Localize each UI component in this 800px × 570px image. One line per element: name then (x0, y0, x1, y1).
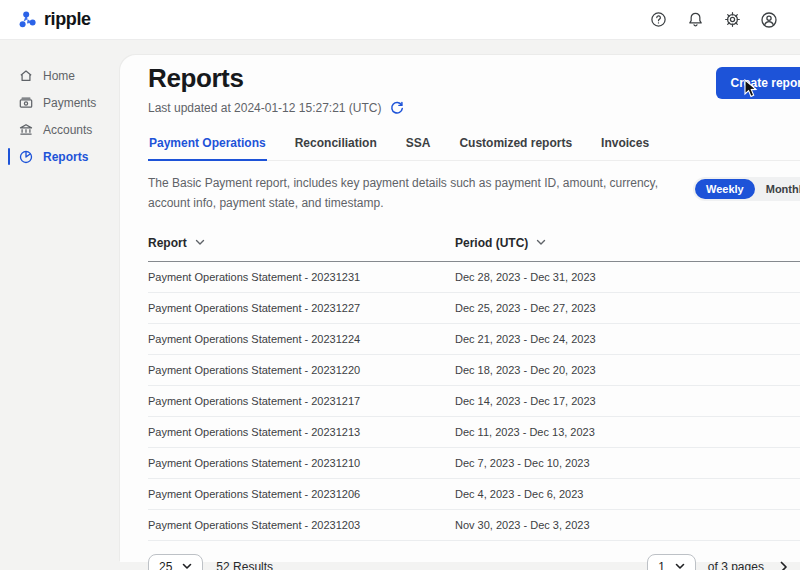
brand-name: ripple (44, 9, 91, 30)
tab-invoices[interactable]: Invoices (600, 131, 650, 161)
gear-icon (724, 11, 741, 28)
report-name: Payment Operations Statement - 20231231 (148, 271, 455, 283)
report-period: Dec 7, 2023 - Dec 10, 2023 (455, 457, 787, 469)
help-icon (650, 11, 667, 28)
sidebar-item-accounts[interactable]: Accounts (0, 116, 120, 143)
report-description: The Basic Payment report, includes key p… (148, 174, 693, 214)
tab-bar: Payment Operations Reconciliation SSA Cu… (148, 131, 800, 161)
chevron-down-icon (182, 563, 192, 570)
page-title: Reports (148, 63, 404, 94)
report-period: Dec 14, 2023 - Dec 17, 2023 (455, 395, 787, 407)
chevron-down-icon (195, 239, 205, 246)
results-count: 52 Results (216, 560, 273, 570)
accounts-icon (18, 122, 34, 138)
help-button[interactable] (645, 7, 671, 33)
frequency-toggle: Weekly Monthly (693, 177, 800, 201)
table-footer: 25 52 Results 1 of 3 pages (148, 554, 800, 570)
ripple-logo-icon (18, 10, 38, 30)
chevron-down-icon (536, 239, 546, 246)
tab-ssa[interactable]: SSA (405, 131, 432, 161)
sidebar-item-home[interactable]: Home (0, 62, 120, 89)
report-name: Payment Operations Statement - 20231224 (148, 333, 455, 345)
table-row: Payment Operations Statement - 20231206 … (148, 479, 800, 510)
report-name: Payment Operations Statement - 20231203 (148, 519, 455, 531)
report-name: Payment Operations Statement - 20231206 (148, 488, 455, 500)
table-row: Payment Operations Statement - 20231217 … (148, 386, 800, 417)
next-page-button[interactable] (776, 557, 792, 570)
chevron-right-icon (780, 561, 788, 570)
account-button[interactable] (756, 7, 782, 33)
tab-reconciliation[interactable]: Reconciliation (294, 131, 378, 161)
toggle-weekly[interactable]: Weekly (695, 179, 755, 199)
page-size-select[interactable]: 25 (148, 554, 203, 570)
report-name: Payment Operations Statement - 20231213 (148, 426, 455, 438)
notifications-button[interactable] (682, 7, 708, 33)
last-updated-text: Last updated at 2024-01-12 15:27:21 (UTC… (148, 101, 381, 115)
toggle-monthly[interactable]: Monthly (755, 179, 800, 199)
tab-customized-reports[interactable]: Customized reports (458, 131, 573, 161)
column-header-report[interactable]: Report (148, 236, 455, 250)
report-name: Payment Operations Statement - 20231217 (148, 395, 455, 407)
table-header: Report Period (UTC) (148, 228, 800, 262)
report-period: Dec 18, 2023 - Dec 20, 2023 (455, 364, 787, 376)
bell-icon (687, 11, 704, 28)
sidebar-item-label: Payments (43, 96, 96, 110)
sidebar-item-payments[interactable]: Payments (0, 89, 120, 116)
sidebar-item-reports[interactable]: Reports (0, 143, 120, 170)
sidebar-item-label: Accounts (43, 123, 92, 137)
report-name: Payment Operations Statement - 20231210 (148, 457, 455, 469)
pages-label: of 3 pages (708, 560, 764, 570)
sidebar-item-label: Home (43, 69, 75, 83)
user-icon (760, 11, 778, 29)
table-row: Payment Operations Statement - 20231210 … (148, 448, 800, 479)
table-row: Payment Operations Statement - 20231231 … (148, 262, 800, 293)
topbar: ripple (0, 0, 800, 40)
report-period: Dec 21, 2023 - Dec 24, 2023 (455, 333, 787, 345)
reports-icon (18, 149, 34, 165)
report-name: Payment Operations Statement - 20231220 (148, 364, 455, 376)
refresh-icon (390, 101, 404, 115)
chevron-down-icon (675, 563, 685, 570)
report-period: Nov 30, 2023 - Dec 3, 2023 (455, 519, 787, 531)
sidebar: Home Payments Accounts (0, 40, 120, 570)
report-period: Dec 25, 2023 - Dec 27, 2023 (455, 302, 787, 314)
table-row: Payment Operations Statement - 20231227 … (148, 293, 800, 324)
table-row: Payment Operations Statement - 20231220 … (148, 355, 800, 386)
report-period: Dec 11, 2023 - Dec 13, 2023 (455, 426, 787, 438)
reports-table: Report Period (UTC) Payment Operations S… (148, 228, 800, 541)
tab-payment-operations[interactable]: Payment Operations (148, 131, 267, 161)
payments-icon (18, 95, 34, 111)
sidebar-item-label: Reports (43, 150, 88, 164)
table-row: Payment Operations Statement - 20231224 … (148, 324, 800, 355)
report-period: Dec 4, 2023 - Dec 6, 2023 (455, 488, 787, 500)
page-select[interactable]: 1 (647, 554, 696, 570)
home-icon (18, 68, 34, 84)
report-name: Payment Operations Statement - 20231227 (148, 302, 455, 314)
column-header-period[interactable]: Period (UTC) (455, 236, 787, 250)
table-row: Payment Operations Statement - 20231213 … (148, 417, 800, 448)
main-content: Reports Last updated at 2024-01-12 15:27… (120, 55, 800, 562)
ripple-logo: ripple (18, 9, 91, 30)
settings-button[interactable] (719, 7, 745, 33)
create-report-button[interactable]: Create report (716, 67, 800, 99)
report-period: Dec 28, 2023 - Dec 31, 2023 (455, 271, 787, 283)
refresh-button[interactable] (390, 101, 404, 115)
table-row: Payment Operations Statement - 20231203 … (148, 510, 800, 541)
